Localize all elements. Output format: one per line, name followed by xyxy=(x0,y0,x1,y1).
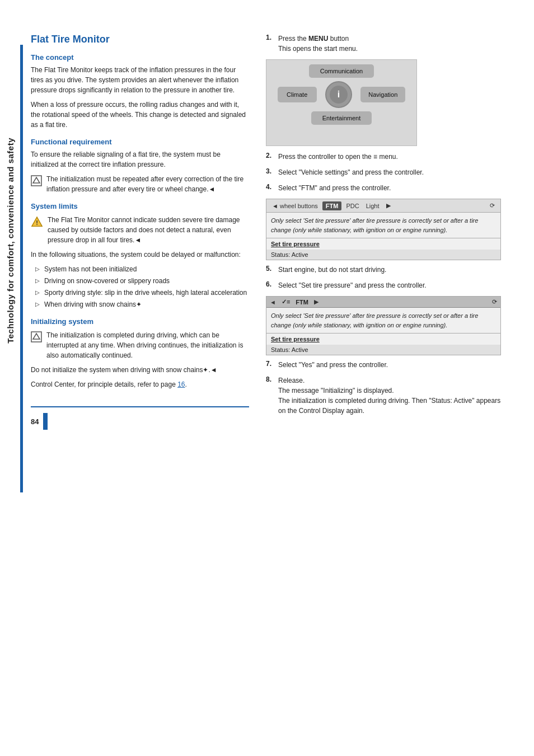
menu-navigation-btn: Navigation xyxy=(360,87,405,102)
menu-screenshot: Communication Climate i Navigation xyxy=(266,59,501,146)
blue-accent-bar xyxy=(20,45,23,492)
step-8: 8. Release. The message "Initializing" i… xyxy=(266,375,501,416)
ftm-widget1-footer: Set tire pressure xyxy=(266,238,500,250)
step-4-text: Select "FTM" and press the controller. xyxy=(278,183,501,193)
step-4: 4. Select "FTM" and press the controller… xyxy=(266,183,501,193)
concept-para2: When a loss of pressure occurs, the roll… xyxy=(31,100,249,130)
ftm-w2-ftm-label: FTM xyxy=(296,299,308,306)
bullet-item: When driving with snow chains✦ xyxy=(35,299,249,309)
functional-body: To ensure the reliable signaling of a fl… xyxy=(31,149,249,170)
initializing-note-text: The initialization is completed during d… xyxy=(46,330,249,360)
bullet-item: Sporty driving style: slip in the drive … xyxy=(35,288,249,298)
step-7: 7. Select "Yes" and press the controller… xyxy=(266,360,501,370)
functional-note-text: The initialization must be repeated afte… xyxy=(46,174,249,194)
step-2: 2. Press the controller to open the ≡ me… xyxy=(266,152,501,162)
step-5: 5. Start engine, but do not start drivin… xyxy=(266,265,501,275)
ftm-tab-pdc: PDC xyxy=(344,201,361,210)
menu-image: Communication Climate i Navigation xyxy=(266,59,417,146)
step-2-num: 2. xyxy=(266,152,275,159)
ftm-status-2: Status: Active xyxy=(266,345,500,355)
step-3: 3. Select "Vehicle settings" and press t… xyxy=(266,167,501,177)
page-number-area: 84 xyxy=(31,406,249,430)
svg-text:!: ! xyxy=(36,219,38,226)
info-icon: i xyxy=(330,86,348,104)
step-3-text: Select "Vehicle settings" and press the … xyxy=(278,167,501,177)
ftm-widget2-body: Only select 'Set tire pressure' after ti… xyxy=(266,308,500,333)
svg-marker-5 xyxy=(33,334,40,339)
warning-text: The Flat Tire Monitor cannot indicate su… xyxy=(48,215,249,245)
ftm-w2-left-arrow: ◄ xyxy=(270,299,276,306)
step-1-num: 1. xyxy=(266,34,275,41)
warning-box: ! The Flat Tire Monitor cannot indicate … xyxy=(31,215,249,245)
ftm-status-1: Status: Active xyxy=(266,250,500,260)
menu-circle-controller: i xyxy=(325,81,352,108)
menu-entertainment-btn: Entertainment xyxy=(311,111,372,125)
ftm-set-label-2: Set tire pressure xyxy=(271,336,496,342)
step-1-text: Press the MENU button This opens the sta… xyxy=(278,34,501,54)
step-8-text: Release. The message "Initializing" is d… xyxy=(278,375,501,416)
section-functional-title: Functional requirement xyxy=(31,138,249,146)
page-link[interactable]: 16 xyxy=(177,381,185,388)
concept-para1: The Flat Tire Monitor keeps track of the… xyxy=(31,65,249,95)
ftm-widget2-footer: Set tire pressure xyxy=(266,333,500,345)
note-triangle-icon xyxy=(31,175,42,186)
ftm-widget-1: ◄ wheel buttons FTM PDC Light ▶ ⟳ Only s… xyxy=(266,199,501,260)
page-number: 84 xyxy=(31,417,39,426)
limits-body: In the following situations, the system … xyxy=(31,250,249,260)
note-triangle-icon-2 xyxy=(31,331,42,342)
menu-communication-btn: Communication xyxy=(309,64,374,78)
step-6: 6. Select "Set tire pressure" and press … xyxy=(266,280,501,290)
ftm-w2-right-arrow: ▶ xyxy=(314,298,318,306)
ftm-w2-check-icon: ✓≡ xyxy=(282,298,290,306)
functional-note-box: The initialization must be repeated afte… xyxy=(31,174,249,194)
step-4-num: 4. xyxy=(266,183,275,191)
step-5-num: 5. xyxy=(266,265,275,273)
initializing-note-box: The initialization is completed during d… xyxy=(31,330,249,360)
step-5-text: Start engine, but do not start driving. xyxy=(278,265,501,275)
step-7-text: Select "Yes" and press the controller. xyxy=(278,360,501,370)
ftm-tab-refresh: ⟳ xyxy=(488,201,497,210)
step-6-num: 6. xyxy=(266,280,275,288)
ftm-tab-light: Light xyxy=(364,201,382,210)
ftm-tab-wheel: ◄ wheel buttons xyxy=(270,201,320,210)
bullet-item: Driving on snow-covered or slippery road… xyxy=(35,276,249,286)
section-limits-title: System limits xyxy=(31,202,249,210)
ftm-w2-settings-icon: ⟳ xyxy=(492,298,497,306)
ftm-tab-bar: ◄ wheel buttons FTM PDC Light ▶ ⟳ xyxy=(266,199,500,213)
ftm-tab-ftm-active: FTM xyxy=(322,201,342,210)
ftm-widget2-header: ◄ ✓≡ FTM ▶ ⟳ xyxy=(266,297,500,308)
ftm-widget-2: ◄ ✓≡ FTM ▶ ⟳ Only select 'Set tire press… xyxy=(266,296,501,355)
step-6-text: Select "Set tire pressure" and press the… xyxy=(278,280,501,290)
limits-bullet-list: System has not been initialized Driving … xyxy=(31,264,249,309)
section-initializing-title: Initializing system xyxy=(31,317,249,326)
step-3-num: 3. xyxy=(266,167,275,175)
step-1: 1. Press the MENU button This opens the … xyxy=(266,34,501,54)
initializing-para1: Do not initialize the system when drivin… xyxy=(31,365,249,375)
step-8-num: 8. xyxy=(266,375,275,383)
ftm-set-label-1: Set tire pressure xyxy=(271,241,496,247)
menu-climate-btn: Climate xyxy=(278,87,317,102)
page-blue-block xyxy=(43,413,48,430)
svg-marker-1 xyxy=(33,177,40,183)
step-7-num: 7. xyxy=(266,360,275,368)
page-title: Flat Tire Monitor xyxy=(31,34,249,45)
ftm-tab-arrow: ▶ xyxy=(384,201,393,210)
initializing-para2: Control Center, for principle details, r… xyxy=(31,379,249,389)
section-concept-title: The concept xyxy=(31,53,249,62)
warning-triangle-icon: ! xyxy=(31,216,43,228)
ftm-widget1-body: Only select 'Set tire pressure' after ti… xyxy=(266,213,500,238)
bullet-item: System has not been initialized xyxy=(35,264,249,274)
sidebar-label: Technology for comfort, convenience and … xyxy=(0,45,20,436)
step-2-text: Press the controller to open the ≡ menu. xyxy=(278,152,501,162)
